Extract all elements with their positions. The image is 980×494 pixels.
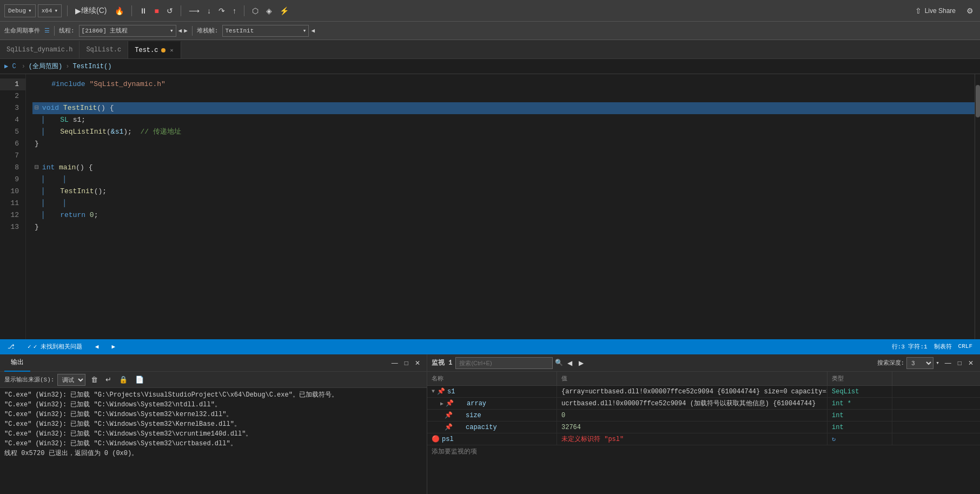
- thread-value: [21860] 主线程: [82, 27, 128, 35]
- watch-panel: 监视 1 🔍 ◀ ▶ 搜索深度: 3 1 2 5 ▾ — □ ✕: [427, 354, 980, 494]
- line-col-item[interactable]: 行:3 字符:1: [889, 339, 931, 353]
- breadcrumb-scope[interactable]: (全局范围): [29, 62, 62, 71]
- no-issues-item[interactable]: ✓ ✓ 未找到相关问题: [24, 339, 85, 353]
- output-panel-controls: — □ ✕: [389, 358, 422, 368]
- val-array: ucrtbased.dll!0x00007ffce52c9094 (加载符号以获…: [561, 399, 816, 408]
- stack-dropdown[interactable]: TestInit ▾: [222, 25, 309, 37]
- breadcrumb-func[interactable]: TestInit(): [72, 63, 111, 70]
- code-line-13: }: [32, 221, 975, 233]
- debug-indicator: ▶ C: [4, 62, 16, 70]
- expand-button[interactable]: □: [402, 358, 410, 368]
- code-line-5: │ SeqListInit(&s1); // 传递地址: [32, 126, 975, 138]
- output-line-6: "C.exe" (Win32): 已加载 "C:\Windows\System3…: [4, 439, 422, 449]
- restart-button[interactable]: ↺: [164, 4, 175, 18]
- output-tab-bar: 输出 — □ ✕: [0, 354, 427, 372]
- step-over-button[interactable]: ↷: [216, 4, 227, 18]
- lock-scroll-button[interactable]: 🔒: [117, 374, 130, 385]
- thread-nav-right[interactable]: ▶: [184, 27, 188, 34]
- nav-left[interactable]: ◀: [92, 339, 102, 353]
- depth-select[interactable]: 3 1 2 5: [906, 357, 933, 369]
- source-select[interactable]: 调试: [57, 374, 85, 386]
- live-share-button[interactable]: ⇧ Live Share: [911, 5, 960, 16]
- code-area[interactable]: #include "SqList_dynamic.h" ⊟void TestIn…: [26, 74, 975, 339]
- arch-dropdown[interactable]: x64 ▾: [38, 4, 62, 17]
- tab-sqlist-dynamic[interactable]: SqlList_dynamic.h: [0, 41, 80, 58]
- nav-right[interactable]: ▶: [108, 339, 118, 353]
- watch-close-button[interactable]: ✕: [966, 358, 976, 368]
- continue-button[interactable]: ▶ 继续(C): [73, 4, 109, 18]
- watch-minimize-button[interactable]: —: [943, 358, 953, 368]
- watch-panel-controls: — □ ✕: [943, 358, 976, 368]
- watch-toolbar: 监视 1 🔍 ◀ ▶ 搜索深度: 3 1 2 5 ▾ — □ ✕: [427, 354, 980, 372]
- line-ending-item[interactable]: CRLF: [955, 339, 976, 353]
- settings-button[interactable]: ⚙: [964, 4, 976, 18]
- line-num-7: 7: [0, 150, 25, 162]
- step-into-button[interactable]: ↓: [205, 4, 213, 18]
- toggle-wordwrap-button[interactable]: ↵: [103, 374, 114, 385]
- collapse-icon[interactable]: ▼: [432, 388, 435, 394]
- show-next-stmt-button[interactable]: ⟶: [187, 4, 202, 18]
- line-num-3: 3: [0, 102, 25, 114]
- toolbar-sep-3: [181, 5, 181, 16]
- line-num-2: 2: [0, 90, 25, 102]
- watch-name-s1[interactable]: ▼ 📌 s1: [427, 386, 557, 398]
- open-file-button[interactable]: 📄: [133, 374, 146, 385]
- toolbar-sep-1: [67, 5, 68, 16]
- watch-name-capacity[interactable]: 📌 capacity: [427, 421, 557, 433]
- breadcrumb-bar: ▶ C › (全局范围) › TestInit(): [0, 59, 980, 74]
- watch-type-psl: ↻: [827, 433, 892, 445]
- watch-title: 监视 1: [432, 358, 452, 367]
- line-num-12: 12: [0, 209, 25, 221]
- chevron-down-icon: ▾: [170, 27, 174, 34]
- tab-output[interactable]: 输出: [4, 354, 30, 372]
- exception-settings-button[interactable]: ⚡: [277, 4, 291, 18]
- search-next-button[interactable]: ▶: [577, 358, 586, 368]
- watch-name-array[interactable]: ▶ 📌 array: [427, 398, 557, 410]
- tab-bar: SqlList_dynamic.h SqlList.c Test.c ✕: [0, 40, 980, 59]
- watch-search-input[interactable]: [455, 357, 553, 369]
- thread-label: 线程:: [59, 27, 75, 35]
- var-name-psl: psl: [442, 436, 454, 443]
- search-prev-button[interactable]: ◀: [565, 358, 574, 368]
- add-watch-row[interactable]: 添加要监视的项: [427, 445, 980, 457]
- code-line-12: │ return 0;: [32, 209, 975, 221]
- thread-dropdown[interactable]: [21860] 主线程 ▾: [79, 25, 176, 37]
- watch-depth: 搜索深度: 3 1 2 5 ▾: [877, 357, 939, 369]
- editor-scrollbar[interactable]: [975, 74, 980, 339]
- close-tab-button[interactable]: ✕: [169, 47, 174, 54]
- close-panel-button[interactable]: ✕: [413, 358, 422, 368]
- breakpoint-window-button[interactable]: ◈: [264, 4, 274, 18]
- minimize-button[interactable]: —: [389, 358, 400, 368]
- hexadecimal-button[interactable]: ⬡: [250, 4, 261, 18]
- thread-nav-left[interactable]: ◀: [178, 27, 182, 34]
- tab-test-c[interactable]: Test.c ✕: [128, 41, 181, 58]
- hot-reload-button[interactable]: 🔥: [112, 4, 126, 18]
- watch-name-size[interactable]: 📌 size: [427, 410, 557, 421]
- clear-output-button[interactable]: 🗑: [89, 374, 100, 385]
- watch-expand-button[interactable]: □: [956, 358, 964, 368]
- status-bar: ⎇ ✓ ✓ 未找到相关问题 ◀ ▶ 行:3 字符:1 制表符 CRLF: [0, 339, 980, 353]
- val-size: 0: [561, 412, 565, 419]
- tab-label: SqlList_dynamic.h: [6, 46, 72, 54]
- scrollbar-thumb[interactable]: [976, 85, 980, 117]
- code-line-3: ⊟void TestInit() {: [32, 102, 975, 114]
- watch-value-capacity: 32764: [557, 421, 827, 433]
- output-line-7: 线程 0x5720 已退出，返回值为 0 (0x0)。: [4, 449, 422, 458]
- stop-button[interactable]: ■: [153, 4, 161, 18]
- chevron-down-icon: ▾: [303, 27, 307, 34]
- var-name-s1: s1: [447, 388, 455, 396]
- debug-config-dropdown[interactable]: Debug ▾: [4, 4, 36, 17]
- add-watch-label: 添加要监视的项: [432, 447, 477, 456]
- encoding-item[interactable]: 制表符: [931, 339, 955, 353]
- watch-name-psl[interactable]: 🔴 psl: [427, 433, 557, 445]
- stack-nav-left[interactable]: ◀: [311, 27, 315, 34]
- step-out-button[interactable]: ↑: [230, 4, 239, 18]
- git-branch-item[interactable]: ⎇: [4, 339, 18, 353]
- expand-icon-array[interactable]: ▶: [440, 400, 443, 407]
- refresh-icon-psl[interactable]: ↻: [832, 435, 836, 443]
- pause-all-button[interactable]: ⏸: [137, 4, 149, 18]
- code-line-9: │ │: [32, 174, 975, 186]
- tab-sqlist-c[interactable]: SqlList.c: [80, 41, 128, 58]
- type-s1: SeqList: [832, 388, 859, 396]
- search-icon: 🔍: [555, 359, 563, 367]
